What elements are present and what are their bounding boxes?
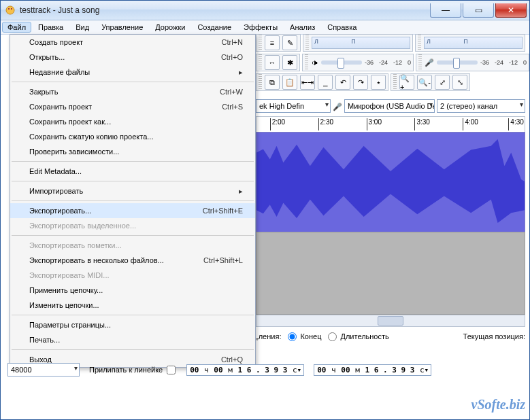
current-position-label: Текущая позиция:	[463, 332, 525, 340]
tool-draw-icon[interactable]: ✎	[282, 35, 297, 50]
toolbar-grip[interactable]	[393, 74, 397, 90]
toolbar-grip[interactable]	[259, 35, 262, 51]
menu-item[interactable]: ЗакрытьCtrl+W	[10, 84, 255, 99]
copy-icon[interactable]: ⧉	[265, 75, 280, 90]
toolbar-grip[interactable]	[259, 74, 262, 90]
output-volume-slider[interactable]	[321, 60, 362, 65]
menu-help[interactable]: Справка	[322, 22, 362, 33]
input-device-combo[interactable]: Микрофон (USB Audio Device)	[344, 99, 435, 113]
sync-lock-icon[interactable]: ⭑	[371, 75, 386, 90]
svg-point-2	[11, 8, 12, 10]
tool-multi-icon[interactable]: ✱	[282, 55, 297, 70]
tools-toolbar-2: ↔ ✱	[256, 54, 300, 71]
app-icon	[5, 5, 16, 16]
menu-item: Экспортировать MIDI...	[10, 268, 255, 283]
menu-item[interactable]: Экспортировать в несколько файлов...Ctrl…	[10, 253, 255, 268]
trim-icon[interactable]: ⇤⇥	[300, 75, 315, 90]
menu-edit[interactable]: Правка	[33, 22, 69, 33]
zoom-toolbar: 🔍+ 🔍- ⤢ ⤡	[391, 73, 470, 91]
selection-label-suffix: „ления:	[256, 332, 281, 340]
ruler-tick: 3:30	[414, 118, 429, 130]
bottom-toolbar: 48000 Прилипать к линейке 00 ч 00 м 1 6 …	[7, 361, 525, 379]
zoom-fit-icon[interactable]: ⤡	[452, 75, 467, 90]
menu-item-shortcut: Ctrl+O	[221, 53, 243, 61]
menu-item-label: Экспортировать пометки...	[29, 241, 122, 249]
menu-item-label: Применить цепочку...	[29, 286, 103, 294]
mic-icon: 🎤	[333, 103, 342, 111]
undo-icon[interactable]: ↶	[335, 75, 350, 90]
menu-item[interactable]: Создать проектCtrl+N	[10, 35, 255, 50]
menu-item[interactable]: Сохранить сжатую копию проекта...	[10, 129, 255, 144]
menu-item-shortcut: Ctrl+Shift+E	[203, 207, 243, 215]
toolbar-grip[interactable]	[259, 54, 262, 71]
input-volume-slider[interactable]	[437, 60, 478, 65]
selection-toolbar: „ления: Конец Длительность Текущая позиц…	[256, 330, 525, 343]
zoom-sel-icon[interactable]: ⤢	[435, 75, 450, 90]
record-meter[interactable]: Л П	[424, 37, 523, 49]
menu-tracks[interactable]: Дорожки	[150, 22, 191, 33]
tool-timeshift-icon[interactable]: ↔	[265, 55, 280, 70]
toolbar-grip[interactable]	[418, 35, 421, 51]
play-meter[interactable]: Л П	[312, 37, 410, 49]
menu-item: Экспортировать пометки...	[10, 238, 255, 253]
timeline-ruler[interactable]: 2:00 2:30 3:00 3:30 4:00 4:30	[256, 116, 525, 133]
audio-position-time[interactable]: 00 ч 00 м 1 6 . 3 9 3 с▾	[314, 364, 431, 376]
menu-transport[interactable]: Управление	[96, 22, 148, 33]
menu-item[interactable]: Изменить цепочки...	[10, 298, 255, 313]
menu-item[interactable]: Параметры страницы...	[10, 317, 255, 332]
menu-item[interactable]: Недавние файлы	[10, 65, 255, 80]
svg-point-0	[6, 6, 14, 14]
project-rate-combo[interactable]: 48000	[7, 363, 80, 377]
menu-effects[interactable]: Эффекты	[238, 22, 283, 33]
menu-file[interactable]: Файл	[2, 22, 31, 33]
waveform-track[interactable]	[256, 132, 525, 232]
selection-end-radio[interactable]: Конец	[288, 332, 321, 341]
window-title: testtrack - Just a song	[20, 5, 429, 15]
menu-item-label: Импортировать	[29, 187, 83, 195]
snap-checkbox[interactable]	[167, 366, 176, 374]
menu-item[interactable]: Экспортировать...Ctrl+Shift+E	[10, 203, 255, 218]
tools-toolbar: ≡ ✎	[256, 34, 301, 52]
input-channels-combo[interactable]: 2 (стерео) канал	[437, 99, 525, 113]
menu-item-shortcut: Ctrl+N	[222, 38, 243, 46]
menu-analyze[interactable]: Анализ	[284, 22, 320, 33]
toolbar-region: ≡ ✎ Л П Л П ↔ ✱ 🕩	[256, 34, 525, 97]
empty-track-area[interactable]	[256, 232, 525, 315]
minimize-button[interactable]: —	[430, 3, 461, 18]
menu-item-shortcut: Ctrl+Shift+L	[203, 256, 243, 264]
silence-icon[interactable]: ⎯	[318, 75, 333, 90]
horizontal-scrollbar[interactable]	[256, 315, 525, 327]
menu-generate[interactable]: Создание	[192, 22, 237, 33]
menu-item[interactable]: Применить цепочку...	[10, 283, 255, 298]
ruler-tick: 4:30	[508, 118, 523, 130]
menu-item[interactable]: Импортировать	[10, 183, 255, 198]
menu-item[interactable]: Edit Metadata...	[10, 164, 255, 179]
play-meter-toolbar: Л П	[303, 34, 413, 52]
menu-item[interactable]: Проверить зависимости...	[10, 144, 255, 159]
maximize-button[interactable]: ▭	[463, 3, 494, 18]
menu-item-label: Экспортировать в несколько файлов...	[29, 256, 164, 264]
toolbar-grip[interactable]	[418, 54, 422, 71]
menu-item-label: Закрыть	[29, 88, 58, 96]
paste-icon[interactable]: 📋	[282, 75, 297, 90]
zoom-out-icon[interactable]: 🔍-	[417, 75, 432, 90]
svg-point-1	[8, 8, 10, 10]
edit-toolbar: ⧉ 📋 ⇤⇥ ⎯ ↶ ↷ ⭑	[256, 73, 388, 91]
host-combo[interactable]: ek High Defin	[256, 99, 331, 113]
menu-item-shortcut: Ctrl+S	[222, 103, 243, 111]
toolbar-grip[interactable]	[305, 35, 309, 51]
close-button[interactable]: ✕	[495, 3, 527, 18]
selection-length-radio[interactable]: Длительность	[328, 332, 388, 341]
menu-item[interactable]: Печать...	[10, 332, 255, 347]
menu-item[interactable]: Сохранить проект как...	[10, 114, 255, 129]
tool-envelope-icon[interactable]: ≡	[265, 35, 280, 50]
zoom-in-icon[interactable]: 🔍+	[399, 75, 414, 90]
menu-item[interactable]: Сохранить проектCtrl+S	[10, 99, 255, 114]
toolbar-grip[interactable]	[305, 54, 308, 71]
selection-end-time[interactable]: 00 ч 00 м 1 6 . 3 9 3 с▾	[186, 364, 304, 376]
snap-to[interactable]: Прилипать к линейке	[89, 366, 177, 374]
menu-item-label: Параметры страницы...	[29, 321, 111, 329]
menu-item[interactable]: Открыть...Ctrl+O	[10, 50, 255, 65]
redo-icon[interactable]: ↷	[353, 75, 368, 90]
menu-view[interactable]: Вид	[70, 22, 95, 33]
